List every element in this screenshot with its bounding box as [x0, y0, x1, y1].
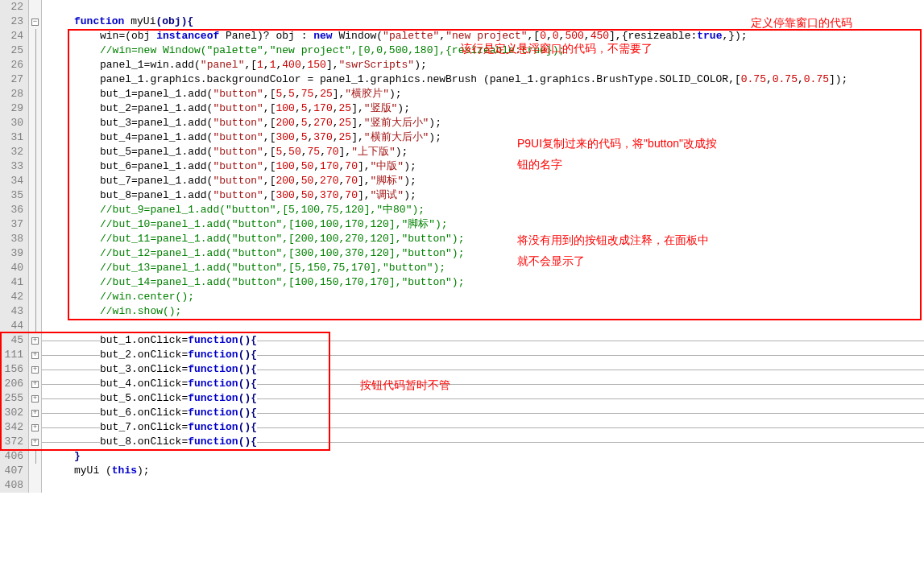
comment: //but_9=panel_1.add("button",[5,100,75,1…: [100, 204, 425, 216]
fold-collapsed-icon[interactable]: +: [29, 435, 41, 449]
code-text: ,: [798, 73, 804, 85]
fold-guide: [29, 116, 41, 130]
comment: //win.show();: [100, 305, 181, 317]
folded-function-line[interactable]: but_6.onClick=function(){: [42, 406, 924, 420]
line-number: 24: [0, 29, 28, 43]
number: 0.75: [773, 73, 798, 85]
fold-collapsed-icon[interactable]: +: [29, 362, 41, 377]
fold-collapsed-icon[interactable]: +: [29, 420, 41, 435]
line-number: 407: [0, 464, 28, 478]
code-text: ,: [439, 30, 445, 42]
code-text: ,: [766, 73, 773, 85]
comment: //win=new Window("palette","new project"…: [100, 44, 565, 56]
code-line[interactable]: but_6=panel_1.add("button",[100,50,170,7…: [42, 159, 924, 174]
folded-function-line[interactable]: but_3.onClick=function(){: [42, 362, 924, 377]
code-editor[interactable]: 2223242526272829303132333435363738394041…: [0, 0, 924, 493]
code-text: ]);: [829, 73, 847, 85]
line-number: 22: [0, 0, 28, 14]
folded-function-line[interactable]: but_1.onClick=function(){: [42, 333, 924, 348]
number: 1: [257, 59, 263, 71]
fold-guide: [29, 72, 41, 87]
line-number: 406: [0, 449, 28, 464]
fold-guide: [29, 464, 41, 478]
line-number: 41: [0, 275, 28, 290]
line-number: 156: [0, 362, 28, 377]
fold-guide: [29, 290, 41, 304]
line-number: 342: [0, 420, 28, 435]
code-line[interactable]: but_2=panel_1.add("button",[100,5,170,25…: [42, 101, 924, 116]
fold-guide: [29, 101, 41, 116]
line-number: 206: [0, 377, 28, 391]
fn-name: myUi: [124, 15, 155, 27]
line-number: 38: [0, 232, 28, 246]
line-number: 37: [0, 217, 28, 232]
code-text: panel_1.graphics.backgroundColor = panel…: [100, 73, 741, 85]
fold-guide: [29, 304, 41, 319]
fold-guide: [29, 159, 41, 174]
keyword-this: this: [112, 464, 137, 477]
code-text: );: [137, 464, 150, 477]
line-number: 44: [0, 319, 28, 333]
code-text: ],{resizeable:: [609, 30, 697, 42]
code-line[interactable]: but_5=panel_1.add("button",[5,50,75,70],…: [42, 145, 924, 159]
fold-guide: [29, 58, 41, 72]
code-text: );: [414, 59, 427, 71]
code-line[interactable]: but_4=panel_1.add("button",[300,5,370,25…: [42, 130, 924, 145]
fold-collapsed-icon[interactable]: +: [29, 377, 41, 391]
line-number: 30: [0, 116, 28, 130]
fold-guide: [29, 319, 41, 333]
code-text: win=(obj: [100, 30, 156, 42]
code-text: Window(: [333, 30, 383, 42]
string-literal: "swrScripts": [339, 59, 415, 71]
code-area[interactable]: function myUi(obj){ win=(obj instanceof …: [42, 0, 924, 493]
line-number: 25: [0, 43, 28, 58]
fold-guide: [29, 188, 41, 203]
line-number: 34: [0, 174, 28, 188]
line-number: 26: [0, 58, 28, 72]
number: 450: [590, 30, 609, 42]
code-line[interactable]: but_1=panel_1.add("button",[5,5,75,25],"…: [42, 87, 924, 101]
line-number: 45: [0, 333, 28, 348]
number: 0.75: [741, 73, 766, 85]
folded-function-line[interactable]: but_4.onClick=function(){: [42, 377, 924, 391]
line-number: 40: [0, 261, 28, 275]
code-line[interactable]: but_8=panel_1.add("button",[300,50,370,7…: [42, 188, 924, 203]
code-text: ,[: [244, 59, 257, 71]
fold-collapsed-icon[interactable]: +: [29, 406, 41, 420]
fold-column[interactable]: −++++++++: [29, 0, 42, 493]
code-text: panel_1=win.add(: [100, 59, 201, 71]
folded-function-line[interactable]: but_7.onClick=function(){: [42, 420, 924, 435]
fold-collapsed-icon[interactable]: +: [29, 348, 41, 362]
code-text: myUi (: [74, 464, 112, 477]
fold-collapsed-icon[interactable]: +: [29, 391, 41, 406]
code-text: ],: [326, 59, 339, 71]
comment: //but_14=panel_1.add("button",[100,150,1…: [100, 276, 464, 288]
fold-guide: [29, 0, 41, 14]
folded-function-line[interactable]: but_5.onClick=function(){: [42, 391, 924, 406]
folded-function-line[interactable]: but_2.onClick=function(){: [42, 348, 924, 362]
fold-expanded-icon[interactable]: −: [29, 14, 41, 29]
line-number: 29: [0, 101, 28, 116]
fold-guide: [29, 246, 41, 261]
brace-close: }: [74, 450, 81, 462]
fold-guide: [29, 217, 41, 232]
fold-guide: [29, 478, 41, 493]
line-number: 23: [0, 14, 28, 29]
line-number: 255: [0, 391, 28, 406]
folded-function-line[interactable]: but_8.onClick=function(){: [42, 435, 924, 449]
number: 0: [553, 30, 559, 42]
code-text: ,: [301, 59, 308, 71]
number: 400: [282, 59, 300, 71]
fold-guide: [29, 449, 41, 464]
code-line[interactable]: but_3=panel_1.add("button",[200,5,270,25…: [42, 116, 924, 130]
line-number: 43: [0, 304, 28, 319]
number: 500: [565, 30, 583, 42]
line-number: 111: [0, 348, 28, 362]
comment: //but_12=panel_1.add("button",[300,100,3…: [100, 247, 464, 259]
code-line[interactable]: but_7=panel_1.add("button",[200,50,270,7…: [42, 174, 924, 188]
fold-collapsed-icon[interactable]: +: [29, 333, 41, 348]
keyword-instanceof: instanceof: [156, 30, 219, 42]
comment: //but_13=panel_1.add("button",[5,150,75,…: [100, 262, 445, 274]
line-number: 35: [0, 188, 28, 203]
keyword-function: function: [74, 15, 124, 27]
